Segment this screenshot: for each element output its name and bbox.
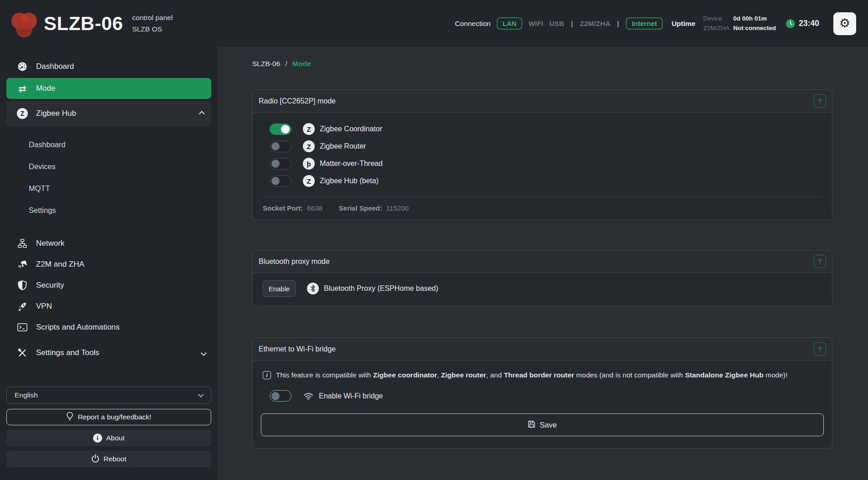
submenu-item-mqtt[interactable]: MQTT	[0, 177, 218, 199]
app-subtitle-line2: SLZB OS	[132, 24, 173, 35]
wifi-bridge-toggle-row: Enable Wi-Fi bridge	[270, 390, 822, 402]
zigbee-icon: Z	[303, 140, 315, 152]
sidebar-footer: English Report a bug/feedback! i About R…	[0, 387, 218, 480]
wifi-bridge-card: Ethernet to Wi-Fi bridge ? i This featur…	[252, 337, 832, 449]
submenu-item-label: MQTT	[29, 184, 50, 193]
megaphone-icon	[16, 259, 28, 269]
mode-row-zigbee-hub-beta: Z Zigbee Hub (beta)	[270, 172, 822, 190]
help-button[interactable]: ?	[814, 342, 826, 356]
compatibility-info-text: This feature is compatible with Zigbee c…	[276, 371, 788, 379]
radio-mode-card-title: Radio [CC2652P] mode	[259, 97, 336, 105]
sidebar-item-label: Network	[36, 239, 64, 248]
sidebar-item-security[interactable]: Security	[0, 275, 218, 296]
radio-mode-card-header: Radio [CC2652P] mode ?	[253, 90, 832, 113]
wifi-status-label: WIFI	[528, 20, 543, 28]
sidebar-item-z2m-and-zha[interactable]: Z2M and ZHA	[0, 254, 218, 275]
language-select[interactable]: English	[6, 387, 211, 404]
clock-icon	[785, 19, 795, 29]
gear-icon: ⚙	[839, 17, 850, 30]
z2m-uptime-value: Not connected	[733, 24, 776, 32]
wifi-bridge-toggle[interactable]	[270, 390, 291, 402]
report-bug-button[interactable]: Report a bug/feedback!	[6, 409, 211, 425]
app-subtitle-line1: control panel	[132, 12, 173, 23]
info-icon: i	[93, 434, 102, 443]
zigbee-router-toggle[interactable]	[270, 141, 291, 152]
internet-status-badge: Internet	[626, 17, 663, 30]
breadcrumb-separator: /	[282, 60, 290, 67]
socket-port-label: Socket Port:	[263, 204, 303, 212]
sidebar-item-label: Settings and Tools	[36, 348, 99, 357]
wifi-bridge-card-title: Ethernet to Wi-Fi bridge	[259, 345, 336, 353]
shield-icon	[16, 280, 28, 290]
chevron-down-icon	[201, 350, 207, 356]
sidebar-item-label: Z2M and ZHA	[36, 260, 84, 269]
compatibility-info-row: i This feature is compatible with Zigbee…	[263, 371, 822, 379]
bluetooth-proxy-card-body: Enable Bluetooth Proxy (ESPHome based)	[253, 273, 832, 306]
submenu-item-label: Dashboard	[29, 140, 66, 149]
mode-label: Zigbee Hub (beta)	[320, 177, 379, 185]
terminal-icon	[16, 323, 28, 331]
sidebar-item-zigbee-hub[interactable]: Z Zigbee Hub	[6, 101, 211, 126]
device-uptime-value: 0d 00h 01m	[733, 15, 776, 23]
top-header: SLZB-06 control panel SLZB OS Connection…	[0, 0, 868, 47]
sidebar-item-label: Zigbee Hub	[36, 109, 76, 118]
about-label: About	[106, 434, 125, 442]
sidebar-item-scripts-and-automations[interactable]: Scripts and Automations	[0, 317, 218, 338]
floppy-disk-icon	[528, 420, 535, 430]
breadcrumb-device[interactable]: SLZB-06	[252, 60, 280, 67]
swap-arrows-icon: ⇄	[16, 84, 28, 93]
uptime-label: Uptime	[671, 20, 696, 28]
serial-speed-value: 115200	[386, 204, 409, 212]
bluetooth-option-label: Bluetooth Proxy (ESPHome based)	[324, 284, 438, 293]
status-bar: Connection LAN WIFI USB | Z2M/ZHA | Inte…	[455, 12, 856, 35]
mode-row-zigbee-router: Z Zigbee Router	[270, 138, 822, 155]
zigbee-coordinator-toggle[interactable]	[270, 124, 291, 135]
mode-label: Zigbee Router	[320, 142, 366, 150]
separator: |	[616, 20, 620, 28]
sidebar: Dashboard ⇄ Mode Z Zigbee Hub Dashboard …	[0, 47, 218, 480]
sidebar-item-mode[interactable]: ⇄ Mode	[6, 78, 211, 99]
wifi-icon	[303, 392, 314, 401]
help-button[interactable]: ?	[814, 94, 826, 108]
about-button[interactable]: i About	[6, 430, 211, 446]
bluetooth-enable-button[interactable]: Enable	[263, 280, 296, 297]
app-subtitle: control panel SLZB OS	[132, 12, 173, 34]
save-button[interactable]: Save	[261, 413, 824, 436]
sidebar-item-label: Mode	[36, 84, 56, 93]
settings-gear-button[interactable]: ⚙	[833, 12, 856, 35]
network-icon	[16, 238, 28, 248]
submenu-item-label: Settings	[29, 206, 56, 215]
submenu-item-settings[interactable]: Settings	[0, 199, 218, 221]
report-bug-label: Report a bug/feedback!	[78, 413, 151, 421]
zigbee-icon: Z	[303, 175, 315, 187]
help-button[interactable]: ?	[814, 255, 826, 268]
z2m-zha-status-label: Z2M/ZHA	[580, 20, 610, 28]
sidebar-item-label: Dashboard	[36, 62, 74, 71]
info-icon: i	[263, 371, 271, 379]
thread-icon: þ	[303, 158, 315, 170]
reboot-button[interactable]: Reboot	[6, 451, 211, 467]
language-selected-value: English	[15, 391, 38, 399]
sidebar-item-vpn[interactable]: VPN	[0, 296, 218, 317]
zigbee-hub-beta-toggle[interactable]	[270, 175, 291, 187]
z2m-uptime-label: Z2M/ZHA	[703, 24, 730, 32]
sidebar-item-dashboard[interactable]: Dashboard	[0, 56, 218, 77]
zigbee-hub-submenu: Dashboard Devices MQTT Settings	[0, 127, 218, 226]
main-content: SLZB-06 / Mode Radio [CC2652P] mode ? Z …	[218, 47, 868, 480]
sidebar-item-settings-and-tools[interactable]: Settings and Tools	[0, 342, 218, 363]
mode-row-zigbee-coordinator: Z Zigbee Coordinator	[270, 120, 822, 138]
matter-over-thread-toggle[interactable]	[270, 158, 291, 170]
device-uptime-label: Device	[703, 15, 730, 23]
separator: |	[570, 20, 574, 28]
submenu-item-devices[interactable]: Devices	[0, 155, 218, 177]
submenu-item-dashboard[interactable]: Dashboard	[0, 134, 218, 155]
chevron-down-icon	[198, 392, 204, 397]
connection-label: Connection	[455, 20, 490, 28]
breadcrumb-current: Mode	[292, 60, 311, 67]
mode-label: Matter-over-Thread	[320, 160, 383, 168]
reboot-label: Reboot	[104, 455, 126, 463]
socket-port-value: 6638	[307, 204, 322, 212]
sidebar-item-label: VPN	[36, 302, 52, 311]
sidebar-item-network[interactable]: Network	[0, 233, 218, 254]
current-time: 23:40	[799, 19, 819, 28]
